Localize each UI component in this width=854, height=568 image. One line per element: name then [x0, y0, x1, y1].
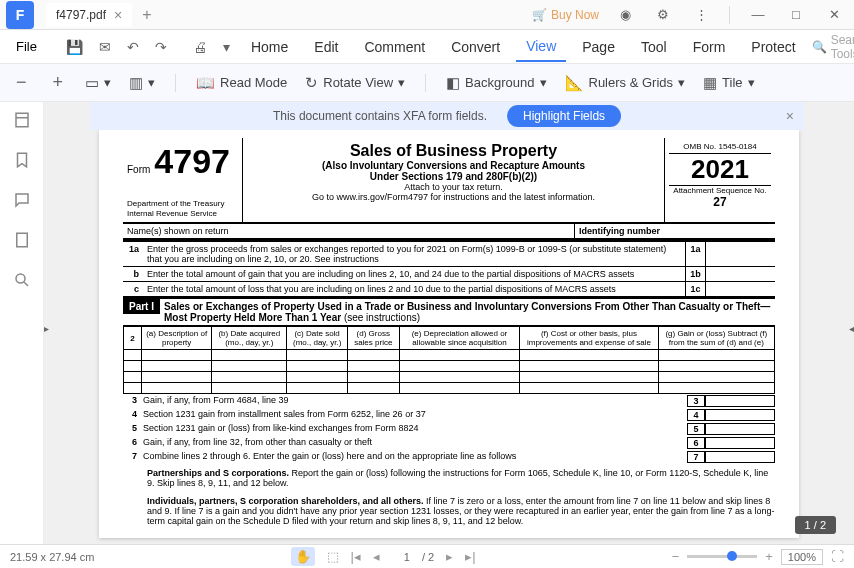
document-scroll[interactable]: Form4797 Department of the TreasuryInter… — [44, 130, 854, 544]
amount-field[interactable] — [705, 395, 775, 407]
table-row[interactable] — [124, 361, 775, 372]
page-number-input[interactable]: 1 — [392, 551, 410, 563]
form-title: Sales of Business Property — [247, 142, 660, 160]
background-button[interactable]: ◧Background ▾ — [446, 74, 546, 92]
svg-rect-0 — [16, 113, 28, 127]
notification-icon[interactable]: ◉ — [613, 7, 637, 22]
notice-text: This document contains XFA form fields. — [273, 109, 487, 123]
minimize-button[interactable]: — — [746, 7, 770, 22]
table-row[interactable] — [124, 372, 775, 383]
file-menu[interactable]: File — [8, 39, 45, 54]
highlight-fields-button[interactable]: Highlight Fields — [507, 105, 621, 127]
bookmarks-icon[interactable] — [12, 150, 32, 170]
field-1c[interactable] — [705, 282, 775, 296]
new-tab-button[interactable]: + — [142, 6, 151, 24]
next-page-button[interactable]: ▸ — [446, 549, 453, 564]
amount-field[interactable] — [705, 451, 775, 463]
page-badge: 1 / 2 — [795, 516, 836, 534]
page-total: / 2 — [422, 551, 434, 563]
form-line: 5Section 1231 gain or (loss) from like-k… — [123, 422, 775, 436]
zoom-out-status[interactable]: − — [672, 549, 680, 564]
menu-home[interactable]: Home — [241, 39, 298, 55]
tile-icon: ▦ — [703, 74, 717, 92]
field-1a[interactable] — [705, 242, 775, 266]
tax-year: 2021 — [669, 154, 771, 186]
statusbar: 21.59 x 27.94 cm ✋ ⬚ |◂ ◂ 1 / 2 ▸ ▸| − +… — [0, 544, 854, 568]
save-icon[interactable]: 💾 — [61, 39, 88, 55]
last-page-button[interactable]: ▸| — [465, 549, 475, 564]
settings-icon[interactable]: ⚙ — [651, 7, 675, 22]
app-icon[interactable]: F — [6, 1, 34, 29]
amount-field[interactable] — [705, 423, 775, 435]
menu-edit[interactable]: Edit — [304, 39, 348, 55]
table-row[interactable] — [124, 383, 775, 394]
tab-title: f4797.pdf — [56, 8, 106, 22]
document-tab[interactable]: f4797.pdf × — [46, 3, 132, 27]
form-line: 6Gain, if any, from line 32, from other … — [123, 436, 775, 450]
rotate-icon: ↻ — [305, 74, 318, 92]
redo-icon[interactable]: ↷ — [150, 39, 172, 55]
first-page-button[interactable]: |◂ — [351, 549, 361, 564]
prev-page-button[interactable]: ◂ — [373, 549, 380, 564]
undo-icon[interactable]: ↶ — [122, 39, 144, 55]
form-line: 4Section 1231 gain from installment sale… — [123, 408, 775, 422]
zoom-slider[interactable] — [687, 555, 757, 558]
amount-field[interactable] — [705, 409, 775, 421]
notice-close-icon[interactable]: × — [786, 108, 794, 124]
book-icon: 📖 — [196, 74, 215, 92]
titlebar: F f4797.pdf × + 🛒 Buy Now ◉ ⚙ ⋮ — □ ✕ — [0, 0, 854, 30]
select-tool-icon[interactable]: ⬚ — [327, 549, 339, 564]
page-layout-dropdown[interactable]: ▥▾ — [129, 74, 155, 92]
background-icon: ◧ — [446, 74, 460, 92]
menu-convert[interactable]: Convert — [441, 39, 510, 55]
menu-comment[interactable]: Comment — [354, 39, 435, 55]
mail-icon[interactable]: ✉ — [94, 39, 116, 55]
view-toolbar: − + ▭▾ ▥▾ 📖Read Mode ↻Rotate View ▾ ◧Bac… — [0, 64, 854, 102]
page-dimensions: 21.59 x 27.94 cm — [10, 551, 94, 563]
pdf-page: Form4797 Department of the TreasuryInter… — [99, 130, 799, 538]
menu-tool[interactable]: Tool — [631, 39, 677, 55]
rulers-grids-button[interactable]: 📐Rulers & Grids ▾ — [565, 74, 686, 92]
menubar: File 💾 ✉ ↶ ↷ 🖨 ▾ Home Edit Comment Conve… — [0, 30, 854, 64]
table-row[interactable] — [124, 350, 775, 361]
form-line: 3Gain, if any, from Form 4684, line 393 — [123, 394, 775, 408]
expand-right-handle[interactable]: ◂ — [849, 323, 854, 334]
form-number: 4797 — [154, 142, 230, 181]
more-icon[interactable]: ⋮ — [689, 7, 713, 22]
zoom-in-button[interactable]: + — [49, 72, 68, 93]
svg-line-4 — [24, 282, 28, 286]
search-panel-icon[interactable] — [12, 270, 32, 290]
menu-form[interactable]: Form — [683, 39, 736, 55]
document-area: This document contains XFA form fields. … — [44, 102, 854, 544]
menu-view[interactable]: View — [516, 38, 566, 62]
menu-page[interactable]: Page — [572, 39, 625, 55]
tab-close-icon[interactable]: × — [114, 7, 122, 23]
attachments-icon[interactable] — [12, 230, 32, 250]
maximize-button[interactable]: □ — [784, 7, 808, 22]
fullscreen-icon[interactable]: ⛶ — [831, 549, 844, 564]
left-sidebar — [0, 102, 44, 544]
field-1b[interactable] — [705, 267, 775, 281]
read-mode-button[interactable]: 📖Read Mode — [196, 74, 287, 92]
zoom-in-status[interactable]: + — [765, 549, 773, 564]
amount-field[interactable] — [705, 437, 775, 449]
hand-tool-icon[interactable]: ✋ — [291, 547, 315, 566]
xfa-notice-bar: This document contains XFA form fields. … — [90, 102, 804, 130]
ruler-icon: 📐 — [565, 74, 584, 92]
thumbnails-icon[interactable] — [12, 110, 32, 130]
expand-left-handle[interactable]: ▸ — [44, 323, 49, 334]
search-tools[interactable]: 🔍 Search Tools — [812, 33, 854, 61]
fit-page-dropdown[interactable]: ▭▾ — [85, 74, 111, 92]
buy-now-button[interactable]: 🛒 Buy Now — [532, 8, 599, 22]
print-dropdown-icon[interactable]: ▾ — [218, 39, 235, 55]
menu-protect[interactable]: Protect — [741, 39, 805, 55]
rotate-view-button[interactable]: ↻Rotate View ▾ — [305, 74, 405, 92]
comments-icon[interactable] — [12, 190, 32, 210]
print-icon[interactable]: 🖨 — [188, 39, 212, 55]
close-button[interactable]: ✕ — [822, 7, 846, 22]
zoom-percent[interactable]: 100% — [781, 549, 823, 565]
svg-rect-2 — [16, 233, 27, 247]
tile-button[interactable]: ▦Tile ▾ — [703, 74, 754, 92]
property-table: 2 (a) Description of property (b) Date a… — [123, 326, 775, 394]
zoom-out-button[interactable]: − — [12, 72, 31, 93]
